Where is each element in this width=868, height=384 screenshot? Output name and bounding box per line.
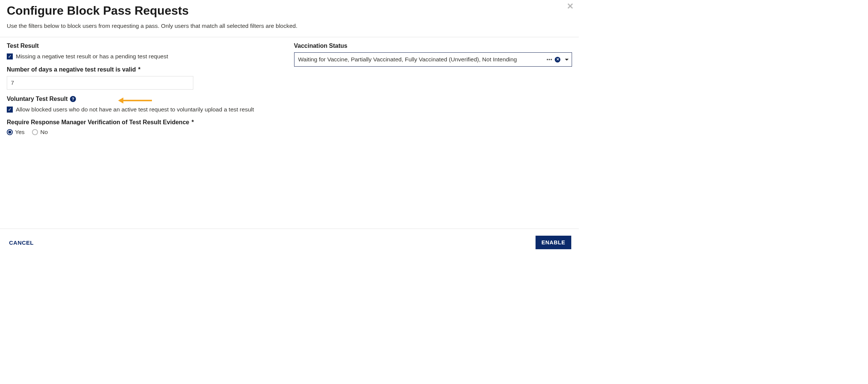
radio-yes-label: Yes <box>15 129 24 136</box>
test-result-label-text: Test Result <box>7 43 39 49</box>
voluntary-checkbox-label: Allow blocked users who do not have an a… <box>16 105 254 114</box>
checkbox-checked-icon[interactable]: ✓ <box>7 107 13 113</box>
cancel-button[interactable]: CANCEL <box>9 239 34 246</box>
days-valid-input[interactable] <box>7 76 193 90</box>
test-result-checkbox-label: Missing a negative test result or has a … <box>16 52 168 61</box>
radio-selected-icon[interactable] <box>7 129 13 135</box>
modal-body: Test Result ✓ Missing a negative test re… <box>0 37 579 136</box>
help-icon[interactable]: ? <box>70 96 76 102</box>
modal-header: ✕ Configure Block Pass Requests Use the … <box>0 0 579 37</box>
voluntary-test-label-text: Voluntary Test Result <box>7 96 68 102</box>
test-result-label: Test Result <box>7 43 285 49</box>
require-verify-label: Require Response Manager Verification of… <box>7 119 285 126</box>
radio-no-label: No <box>40 129 48 136</box>
checkbox-checked-icon[interactable]: ✓ <box>7 53 13 59</box>
enable-button[interactable]: ENABLE <box>536 236 571 249</box>
vaccination-status-select[interactable]: Waiting for Vaccine, Partially Vaccinate… <box>294 52 572 67</box>
vaccination-status-label: Vaccination Status <box>294 43 572 49</box>
radio-yes[interactable]: Yes <box>7 129 24 136</box>
require-verify-label-text: Require Response Manager Verification of… <box>7 119 189 126</box>
page-title: Configure Block Pass Requests <box>7 4 572 18</box>
close-icon[interactable]: ✕ <box>567 2 574 11</box>
days-valid-label: Number of days a negative test result is… <box>7 66 285 73</box>
right-column: Vaccination Status Waiting for Vaccine, … <box>294 43 572 136</box>
required-marker: * <box>191 119 194 126</box>
radio-no[interactable]: No <box>32 129 48 136</box>
clear-selection-icon[interactable]: ✕ <box>555 57 560 62</box>
require-verify-radio-group: Yes No <box>7 129 285 136</box>
days-valid-label-text: Number of days a negative test result is… <box>7 66 136 73</box>
voluntary-test-label: Voluntary Test Result ? <box>7 96 285 102</box>
voluntary-checkbox-row[interactable]: ✓ Allow blocked users who do not have an… <box>7 105 285 114</box>
ellipsis-icon: ••• <box>546 57 552 62</box>
vaccination-status-label-text: Vaccination Status <box>294 43 348 49</box>
test-result-checkbox-row[interactable]: ✓ Missing a negative test result or has … <box>7 52 285 61</box>
chevron-down-icon[interactable] <box>565 59 569 61</box>
radio-unselected-icon[interactable] <box>32 129 38 135</box>
vaccination-status-value: Waiting for Vaccine, Partially Vaccinate… <box>298 56 545 63</box>
modal-footer: CANCEL ENABLE <box>0 229 579 256</box>
required-marker: * <box>138 66 140 73</box>
page-subtitle: Use the filters below to block users fro… <box>7 21 572 30</box>
left-column: Test Result ✓ Missing a negative test re… <box>7 43 285 136</box>
